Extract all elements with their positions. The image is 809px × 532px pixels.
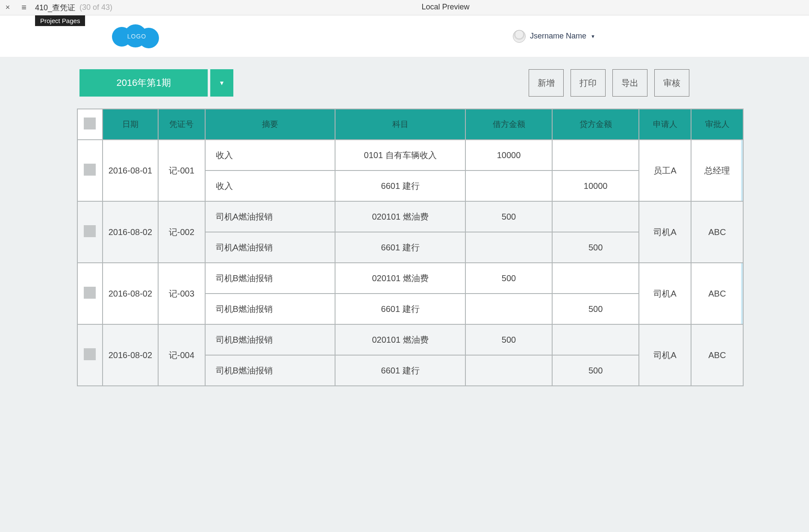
row-checkbox[interactable] bbox=[84, 348, 96, 360]
cell-date: 2016-08-02 bbox=[103, 263, 158, 324]
cell-credit: 500 bbox=[552, 355, 639, 386]
cell-no: 记-001 bbox=[158, 140, 205, 201]
cell-summary: 司机B燃油报销 bbox=[205, 355, 335, 386]
cell-credit bbox=[552, 201, 639, 232]
col-summary: 摘要 bbox=[205, 109, 335, 140]
logo: LOGO bbox=[111, 24, 162, 49]
col-no: 凭证号 bbox=[158, 109, 205, 140]
col-debit: 借方金额 bbox=[465, 109, 552, 140]
cell-subject: 0101 自有车辆收入 bbox=[335, 140, 465, 170]
cell-summary: 收入 bbox=[205, 140, 335, 170]
row-select-cell bbox=[77, 263, 103, 324]
page-counter: (30 of 43) bbox=[79, 3, 112, 12]
cell-subject: 6601 建行 bbox=[335, 232, 465, 263]
cell-summary: 司机B燃油报销 bbox=[205, 324, 335, 355]
cell-no: 记-004 bbox=[158, 324, 205, 386]
cell-applicant: 员工A bbox=[639, 140, 691, 201]
table-row[interactable]: 2016-08-02记-004司机B燃油报销020101 燃油费500司机AAB… bbox=[77, 324, 743, 355]
cell-approver: ABC bbox=[691, 324, 743, 386]
select-all-checkbox[interactable] bbox=[84, 118, 96, 129]
cell-subject: 6601 建行 bbox=[335, 355, 465, 386]
cell-approver: 总经理 bbox=[691, 140, 743, 201]
table-row[interactable]: 2016-08-02记-002司机A燃油报销020101 燃油费500司机AAB… bbox=[77, 201, 743, 232]
period-dropdown-button[interactable]: ▼ bbox=[210, 69, 233, 97]
cell-subject: 020101 燃油费 bbox=[335, 263, 465, 294]
cell-credit bbox=[552, 324, 639, 355]
col-credit: 贷方金额 bbox=[552, 109, 639, 140]
app-header: LOGO Jsername Name ▼ bbox=[0, 15, 809, 57]
cell-date: 2016-08-01 bbox=[103, 140, 158, 201]
row-select-cell bbox=[77, 201, 103, 263]
toolbar: 2016年第1期 ▼ 新增 打印 导出 审核 bbox=[0, 69, 809, 97]
username-label: Jsername Name bbox=[530, 32, 586, 41]
cell-summary: 司机A燃油报销 bbox=[205, 232, 335, 263]
cell-subject: 6601 建行 bbox=[335, 294, 465, 324]
cell-debit bbox=[465, 355, 552, 386]
content-area: 2016年第1期 ▼ 新增 打印 导出 审核 日期 凭证号 摘要 科目 借方金额… bbox=[0, 57, 809, 532]
row-checkbox[interactable] bbox=[84, 225, 96, 237]
cell-subject: 020101 燃油费 bbox=[335, 201, 465, 232]
cell-applicant: 司机A bbox=[639, 201, 691, 263]
user-menu[interactable]: Jsername Name ▼ bbox=[513, 30, 595, 43]
top-bar: × ≡ 410_查凭证 (30 of 43) Local Preview bbox=[0, 0, 809, 15]
table-row[interactable]: 2016-08-02记-003司机B燃油报销020101 燃油费500司机AAB… bbox=[77, 263, 743, 294]
cell-applicant: 司机A bbox=[639, 324, 691, 386]
cell-debit: 500 bbox=[465, 263, 552, 294]
add-button[interactable]: 新增 bbox=[529, 69, 564, 97]
row-checkbox[interactable] bbox=[84, 164, 96, 176]
cell-debit bbox=[465, 294, 552, 324]
col-subject: 科目 bbox=[335, 109, 465, 140]
cell-applicant: 司机A bbox=[639, 263, 691, 324]
table-row[interactable]: 2016-08-01记-001收入0101 自有车辆收入10000员工A总经理 bbox=[77, 140, 743, 170]
audit-button[interactable]: 审核 bbox=[654, 69, 689, 97]
select-all-cell bbox=[77, 109, 103, 140]
print-button[interactable]: 打印 bbox=[571, 69, 606, 97]
chevron-down-icon: ▼ bbox=[219, 79, 225, 86]
tooltip-project-pages: Project Pages bbox=[35, 15, 85, 26]
col-date: 日期 bbox=[103, 109, 158, 140]
cell-debit: 10000 bbox=[465, 140, 552, 170]
cell-subject: 6601 建行 bbox=[335, 170, 465, 201]
table-header-row: 日期 凭证号 摘要 科目 借方金额 贷方金额 申请人 审批人 bbox=[77, 109, 743, 140]
cell-summary: 司机A燃油报销 bbox=[205, 201, 335, 232]
chevron-down-icon: ▼ bbox=[591, 34, 595, 39]
cell-credit bbox=[552, 263, 639, 294]
cell-credit: 500 bbox=[552, 232, 639, 263]
page-title: 410_查凭证 bbox=[35, 3, 75, 13]
cell-debit: 500 bbox=[465, 324, 552, 355]
row-checkbox[interactable] bbox=[84, 287, 96, 299]
voucher-table: 日期 凭证号 摘要 科目 借方金额 贷方金额 申请人 审批人 2016-08-0… bbox=[77, 109, 744, 386]
cell-credit: 500 bbox=[552, 294, 639, 324]
cell-summary: 收入 bbox=[205, 170, 335, 201]
cell-no: 记-003 bbox=[158, 263, 205, 324]
col-applicant: 申请人 bbox=[639, 109, 691, 140]
row-select-cell bbox=[77, 324, 103, 386]
cell-date: 2016-08-02 bbox=[103, 324, 158, 386]
export-button[interactable]: 导出 bbox=[612, 69, 647, 97]
cell-approver: ABC bbox=[691, 201, 743, 263]
avatar bbox=[513, 30, 526, 43]
cell-summary: 司机B燃油报销 bbox=[205, 294, 335, 324]
cell-debit bbox=[465, 170, 552, 201]
cell-credit bbox=[552, 140, 639, 170]
cell-debit: 500 bbox=[465, 201, 552, 232]
cell-summary: 司机B燃油报销 bbox=[205, 263, 335, 294]
logo-text: LOGO bbox=[111, 33, 162, 40]
cell-approver: ABC bbox=[691, 263, 743, 324]
close-icon[interactable]: × bbox=[0, 3, 15, 12]
preview-label: Local Preview bbox=[422, 3, 470, 12]
col-approver: 审批人 bbox=[691, 109, 743, 140]
cell-debit bbox=[465, 232, 552, 263]
cell-subject: 020101 燃油费 bbox=[335, 324, 465, 355]
menu-icon[interactable]: ≡ bbox=[15, 3, 32, 12]
period-button[interactable]: 2016年第1期 bbox=[79, 69, 208, 97]
row-select-cell bbox=[77, 140, 103, 201]
cell-no: 记-002 bbox=[158, 201, 205, 263]
cell-date: 2016-08-02 bbox=[103, 201, 158, 263]
cell-credit: 10000 bbox=[552, 170, 639, 201]
